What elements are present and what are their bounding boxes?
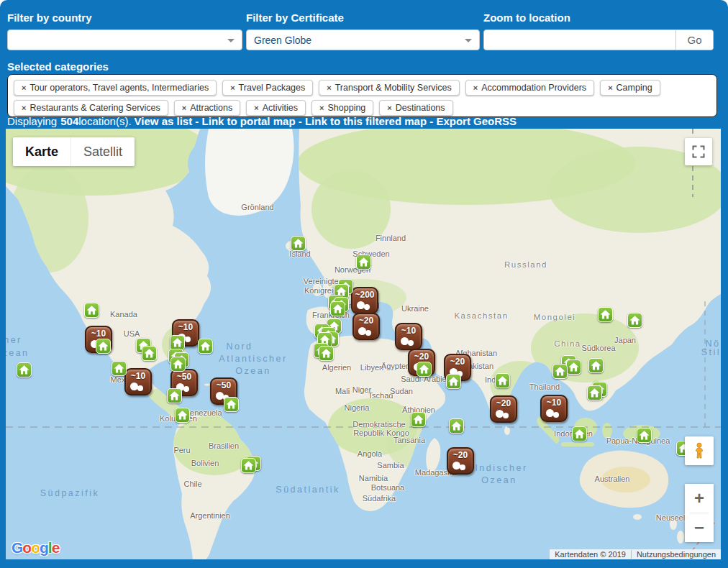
house-icon — [418, 363, 430, 375]
status-link[interactable]: View as list — [135, 115, 193, 127]
status-count: 504 — [60, 115, 78, 127]
cluster-marker[interactable]: ~20 — [352, 313, 380, 340]
chevron-down-icon — [227, 39, 235, 42]
cluster-marker[interactable]: ~10 — [395, 323, 422, 350]
accommodation-marker[interactable] — [170, 335, 185, 350]
remove-icon[interactable]: × — [608, 83, 612, 92]
accommodation-marker[interactable] — [495, 373, 510, 388]
accommodation-marker[interactable] — [446, 374, 461, 389]
house-icon — [332, 303, 344, 315]
remove-icon[interactable]: × — [230, 83, 235, 92]
map-type-satellit-button[interactable]: Satellit — [70, 137, 135, 166]
certificate-select[interactable]: Green Globe — [246, 29, 480, 50]
cluster-marker[interactable]: ~10 — [540, 395, 568, 422]
accommodation-marker[interactable] — [587, 385, 602, 400]
accommodation-marker[interactable] — [566, 359, 581, 375]
accommodation-marker[interactable] — [167, 388, 182, 403]
category-chip[interactable]: ×Restaurants & Catering Services — [14, 100, 168, 116]
chat-dot-icon — [183, 386, 189, 392]
cluster-marker[interactable]: ~200 — [351, 287, 378, 314]
category-chip[interactable]: ×Accommodation Providers — [465, 80, 594, 96]
map-attribution: Kartendaten © 2019 Nutzungsbedingungen — [550, 549, 721, 559]
filter-country-group: Filter by country — [7, 12, 242, 50]
accommodation-marker[interactable] — [96, 339, 111, 354]
category-chip[interactable]: ×Camping — [600, 80, 660, 96]
accommodation-marker[interactable] — [411, 412, 426, 427]
house-icon — [97, 340, 109, 352]
cluster-count: ~10 — [86, 329, 111, 339]
house-icon — [447, 375, 460, 388]
accommodation-marker[interactable] — [112, 361, 127, 376]
accommodation-marker[interactable] — [241, 458, 256, 473]
zoom-control: + − — [685, 484, 714, 542]
selected-categories-box: ×Tour operators, Travel agents, Intermed… — [7, 74, 717, 117]
category-chip[interactable]: ×Activities — [246, 100, 306, 116]
accommodation-marker[interactable] — [627, 313, 642, 328]
status-link[interactable]: Link to portal map — [202, 115, 296, 127]
cluster-marker[interactable]: ~20 — [447, 447, 474, 475]
zoom-out-button[interactable]: − — [685, 513, 714, 542]
remove-icon[interactable]: × — [473, 83, 478, 92]
zoom-location-input[interactable] — [484, 30, 675, 50]
status-link[interactable]: Export GeoRSS — [436, 115, 517, 127]
house-icon — [638, 429, 650, 441]
accommodation-marker[interactable] — [572, 426, 587, 441]
terms-of-use-link[interactable]: Nutzungsbedingungen — [631, 550, 721, 559]
accommodation-marker[interactable] — [449, 418, 464, 434]
house-icon — [358, 256, 370, 268]
accommodation-marker[interactable] — [588, 358, 604, 373]
accommodation-marker[interactable] — [84, 303, 99, 318]
fullscreen-button[interactable] — [685, 138, 712, 165]
category-chip-label: Attractions — [190, 103, 232, 113]
accommodation-marker[interactable] — [637, 428, 652, 443]
accommodation-marker[interactable] — [356, 255, 371, 270]
accommodation-marker[interactable] — [17, 362, 32, 377]
house-icon — [554, 365, 566, 377]
category-chip[interactable]: ×Travel Packages — [222, 80, 313, 96]
accommodation-marker[interactable] — [224, 397, 239, 412]
zoom-in-button[interactable]: + — [685, 484, 714, 513]
accommodation-marker[interactable] — [598, 307, 613, 322]
google-logo[interactable]: Google — [12, 539, 59, 556]
accommodation-marker[interactable] — [417, 362, 432, 377]
accommodation-marker[interactable] — [330, 301, 345, 316]
go-button[interactable]: Go — [675, 30, 713, 50]
accommodation-marker[interactable] — [552, 364, 568, 379]
accommodation-marker[interactable] — [319, 346, 334, 361]
chat-dot-icon — [364, 304, 370, 310]
category-chip[interactable]: ×Destinations — [379, 100, 452, 116]
remove-icon[interactable]: × — [182, 104, 186, 112]
accommodation-marker[interactable] — [175, 408, 190, 423]
accommodation-marker[interactable] — [198, 339, 213, 354]
cluster-marker[interactable]: ~20 — [490, 395, 517, 423]
category-chip[interactable]: ×Transport & Mobility Services — [319, 80, 460, 96]
cluster-marker[interactable]: ~10 — [124, 368, 152, 395]
map-type-karte-button[interactable]: Karte — [13, 137, 70, 166]
status-link[interactable]: Link to this filtered map — [305, 115, 427, 127]
remove-icon[interactable]: × — [319, 104, 324, 112]
remove-icon[interactable]: × — [327, 83, 331, 92]
chevron-down-icon — [465, 39, 472, 42]
category-chip[interactable]: ×Shopping — [311, 100, 373, 116]
remove-icon[interactable]: × — [254, 104, 258, 112]
house-icon — [86, 304, 98, 316]
map-canvas[interactable]: GrönlandIslandKanadaUSAMexikoVenezuelaKo… — [6, 129, 721, 559]
remove-icon[interactable]: × — [22, 83, 26, 92]
cluster-count: ~20 — [448, 450, 473, 460]
certified-locations-map-app: Filter by country Filter by Certificate … — [0, 0, 728, 568]
category-chip-label: Restaurants & Catering Services — [29, 103, 160, 113]
remove-icon[interactable]: × — [387, 104, 391, 112]
status-prefix: Displaying — [7, 115, 57, 127]
house-icon — [242, 459, 255, 472]
pegman-streetview-button[interactable] — [685, 436, 714, 465]
category-chip[interactable]: ×Tour operators, Travel agents, Intermed… — [14, 80, 217, 96]
accommodation-marker[interactable] — [142, 346, 157, 361]
google-logo-letter: o — [22, 539, 31, 556]
house-icon — [568, 361, 580, 373]
country-select[interactable] — [7, 29, 242, 50]
accommodation-marker[interactable] — [170, 357, 186, 372]
category-chip-label: Travel Packages — [239, 83, 306, 93]
category-chip[interactable]: ×Attractions — [174, 100, 241, 116]
accommodation-marker[interactable] — [291, 236, 306, 251]
remove-icon[interactable]: × — [22, 104, 26, 112]
